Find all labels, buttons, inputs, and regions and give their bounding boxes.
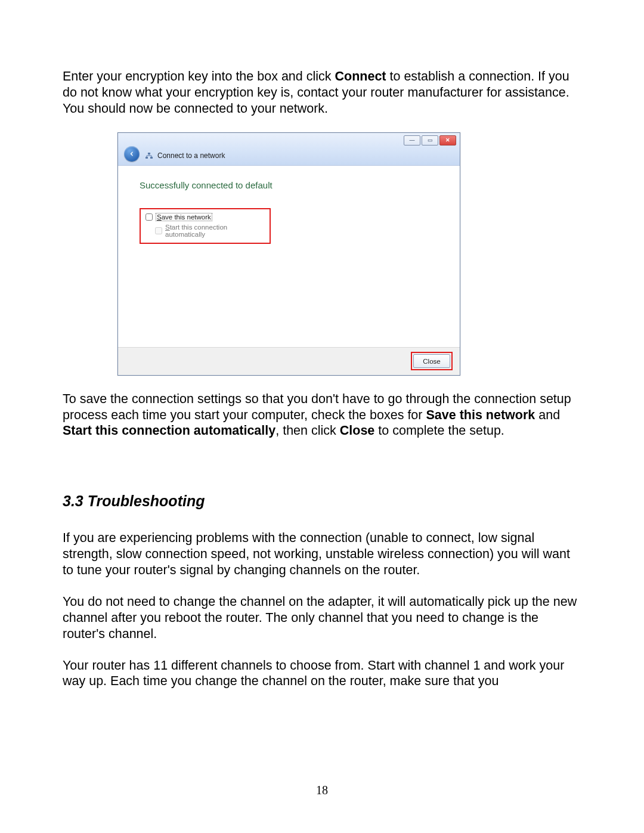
save-network-checkbox[interactable]	[145, 213, 153, 221]
save-network-bold: Save this network	[426, 408, 535, 422]
close-button-label: Close	[423, 358, 440, 365]
save-instructions-para: To save the connection settings so that …	[63, 391, 581, 439]
save-options-highlight: Save this network Start this connection …	[140, 208, 271, 244]
text-segment: Enter your encryption key into the box a…	[63, 69, 335, 83]
maximize-button[interactable]: ▭	[422, 135, 438, 145]
close-icon: ✕	[445, 138, 450, 143]
dialog-header: — ▭ ✕ Connect to a network	[118, 133, 460, 166]
back-button[interactable]	[124, 146, 140, 162]
auto-connect-checkbox[interactable]	[155, 227, 162, 234]
svg-rect-1	[150, 157, 153, 159]
text-segment: and	[535, 408, 560, 422]
text-segment: , then click	[275, 423, 340, 438]
close-bold: Close	[340, 423, 375, 438]
auto-connect-bold: Start this connection automatically	[63, 423, 275, 438]
page-number: 18	[0, 784, 644, 797]
svg-rect-0	[145, 157, 148, 159]
connect-dialog: — ▭ ✕ Connect to a network Successfully …	[117, 132, 460, 376]
close-button-highlight: Close	[411, 352, 453, 370]
troubleshoot-para-3: Your router has 11 different channels to…	[63, 658, 581, 690]
intro-para-1: Enter your encryption key into the box a…	[63, 69, 581, 101]
back-arrow-icon	[128, 150, 135, 157]
text-segment: to complete the setup.	[374, 423, 504, 438]
window-close-button[interactable]: ✕	[439, 135, 456, 145]
troubleshoot-para-1: If you are experiencing problems with th…	[63, 530, 581, 578]
dialog-body: Successfully connected to default Save t…	[118, 166, 460, 347]
auto-connect-row: Start this connection automatically	[145, 224, 265, 238]
troubleshoot-para-2: You do not need to change the channel on…	[63, 594, 581, 642]
network-icon	[144, 151, 154, 160]
close-button[interactable]: Close	[413, 354, 450, 368]
troubleshooting-heading: 3.3 Troubleshooting	[63, 493, 581, 510]
intro-para-2: You should now be connected to your netw…	[63, 101, 581, 117]
dialog-title: Connect to a network	[157, 151, 225, 160]
auto-connect-label: Start this connection automatically	[165, 224, 265, 238]
dialog-screenshot: — ▭ ✕ Connect to a network Successfully …	[117, 132, 581, 376]
save-network-label: Save this network	[156, 213, 212, 221]
save-network-row: Save this network	[145, 213, 265, 221]
minimize-icon: —	[410, 138, 415, 143]
dialog-footer: Close	[118, 347, 460, 375]
minimize-button[interactable]: —	[404, 135, 420, 145]
svg-rect-2	[148, 153, 150, 154]
success-message: Successfully connected to default	[140, 180, 443, 190]
maximize-icon: ▭	[428, 138, 433, 143]
connect-bold: Connect	[335, 69, 386, 83]
